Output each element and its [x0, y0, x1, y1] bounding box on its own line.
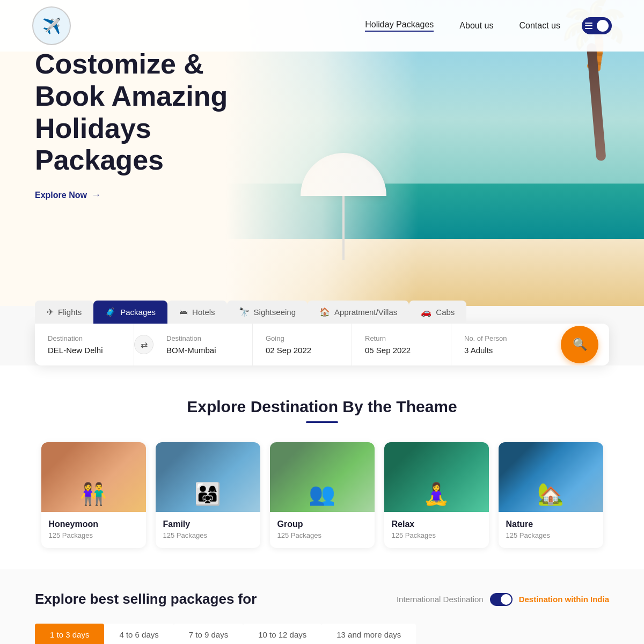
honeymoon-body: Honeymoon 125 Packages: [41, 512, 146, 548]
search-button[interactable]: 🔍: [561, 326, 598, 363]
relax-count: 125 Packages: [392, 531, 481, 539]
tab-apartments-label: Appratment/Villas: [334, 308, 397, 317]
return-value: 05 Sep 2022: [365, 346, 438, 355]
day-tab-13-more[interactable]: 13 and more days: [321, 624, 416, 644]
hero-title: Costomize & Book Amazing Holidays Packag…: [35, 48, 276, 177]
toggle-international[interactable]: International Destination: [397, 595, 484, 604]
honeymoon-count: 125 Packages: [49, 531, 138, 539]
nav-holiday-packages[interactable]: Holiday Packages: [365, 20, 434, 32]
selling-section: Explore best selling packages for Intern…: [0, 569, 644, 644]
tab-flights[interactable]: ✈ Flights: [35, 301, 93, 324]
nav-toggle[interactable]: [582, 17, 612, 34]
search-section: ✈ Flights 🧳 Packages 🛏 Hotels 🔭 Sightsee…: [0, 301, 644, 365]
card-relax[interactable]: Relax 125 Packages: [384, 442, 489, 548]
honeymoon-title: Honeymoon: [49, 519, 138, 529]
from-value: DEL-New Delhi: [48, 346, 121, 355]
going-label: Going: [266, 334, 339, 342]
group-title: Group: [277, 519, 367, 529]
toggle-dot: [597, 20, 609, 32]
to-label: Destination: [166, 334, 239, 342]
swap-button[interactable]: ⇄: [134, 335, 153, 354]
nature-title: Nature: [506, 519, 596, 529]
family-title: Family: [163, 519, 253, 529]
nav-contact-us[interactable]: Contact us: [519, 21, 560, 31]
selling-title: Explore best selling packages for: [35, 591, 257, 608]
toggle-group: International Destination Destination wi…: [397, 593, 609, 606]
tab-flights-label: Flights: [58, 308, 82, 317]
nature-count: 125 Packages: [506, 531, 596, 539]
persons-value: 3 Adults: [464, 346, 537, 355]
cabs-icon: 🚗: [421, 307, 431, 317]
search-box: Destination DEL-New Delhi ⇄ Destination …: [35, 324, 609, 365]
explore-theme-section: Explore Destination By the Theame Honeym…: [0, 365, 644, 569]
logo-circle: ✈️: [32, 6, 71, 45]
persons-field[interactable]: No. of Person 3 Adults: [451, 324, 550, 365]
tab-packages-label: Packages: [120, 308, 156, 317]
tab-cabs[interactable]: 🚗 Cabs: [409, 301, 466, 324]
toggle-switch[interactable]: [490, 593, 513, 606]
section-underline: [306, 421, 338, 423]
family-image: [156, 442, 260, 512]
family-count: 125 Packages: [163, 531, 253, 539]
day-tabs: 1 to 3 days 4 to 6 days 7 to 9 days 10 t…: [35, 624, 609, 644]
navbar: ✈️ Holiday Packages About us Contact us: [0, 0, 644, 52]
group-body: Group 125 Packages: [270, 512, 375, 548]
flights-icon: ✈: [47, 307, 54, 317]
tab-cabs-label: Cabs: [436, 308, 455, 317]
theme-cards: Honeymoon 125 Packages Family 125 Packag…: [35, 442, 609, 548]
return-label: Return: [365, 334, 438, 342]
going-field[interactable]: Going 02 Sep 2022: [253, 324, 352, 365]
sightseeing-icon: 🔭: [239, 307, 250, 317]
section-title: Explore Destination By the Theame: [35, 398, 609, 416]
card-honeymoon[interactable]: Honeymoon 125 Packages: [41, 442, 146, 548]
hotels-icon: 🛏: [179, 308, 188, 317]
tab-apartments[interactable]: 🏠 Appratment/Villas: [308, 301, 409, 324]
logo-icon: ✈️: [42, 17, 61, 35]
relax-title: Relax: [392, 519, 481, 529]
family-body: Family 125 Packages: [156, 512, 260, 548]
explore-arrow-icon: →: [91, 189, 101, 201]
apartments-icon: 🏠: [319, 307, 330, 317]
day-tab-10-12[interactable]: 10 to 12 days: [243, 624, 321, 644]
tab-sightseeing[interactable]: 🔭 Sightseeing: [227, 301, 308, 324]
day-tab-4-6[interactable]: 4 to 6 days: [104, 624, 173, 644]
toggle-domestic[interactable]: Destination within India: [519, 595, 609, 604]
day-tab-1-3[interactable]: 1 to 3 days: [35, 624, 104, 644]
tab-hotels-label: Hotels: [192, 308, 215, 317]
tabs-row: ✈ Flights 🧳 Packages 🛏 Hotels 🔭 Sightsee…: [0, 301, 644, 324]
day-tab-7-9[interactable]: 7 to 9 days: [174, 624, 243, 644]
packages-icon: 🧳: [105, 307, 116, 317]
nature-image: [499, 442, 603, 512]
honeymoon-image: [41, 442, 146, 512]
nature-body: Nature 125 Packages: [499, 512, 603, 548]
section-header: Explore Destination By the Theame: [35, 398, 609, 423]
card-nature[interactable]: Nature 125 Packages: [499, 442, 603, 548]
explore-now-link[interactable]: Explore Now →: [35, 189, 101, 201]
tab-packages[interactable]: 🧳 Packages: [93, 301, 167, 324]
hamburger-icon: [585, 23, 595, 29]
relax-body: Relax 125 Packages: [384, 512, 489, 548]
group-image: [270, 442, 375, 512]
card-group[interactable]: Group 125 Packages: [270, 442, 375, 548]
nav-about-us[interactable]: About us: [459, 21, 493, 31]
group-count: 125 Packages: [277, 531, 367, 539]
toggle-knob: [501, 594, 511, 605]
tab-sightseeing-label: Sightseeing: [254, 308, 296, 317]
going-value: 02 Sep 2022: [266, 346, 339, 355]
relax-image: [384, 442, 489, 512]
card-family[interactable]: Family 125 Packages: [156, 442, 260, 548]
selling-header: Explore best selling packages for Intern…: [35, 591, 609, 608]
from-field[interactable]: Destination DEL-New Delhi: [35, 324, 134, 365]
nav-links: Holiday Packages About us Contact us: [365, 20, 560, 32]
persons-label: No. of Person: [464, 334, 537, 342]
explore-label: Explore Now: [35, 191, 87, 200]
search-icon: 🔍: [573, 338, 587, 352]
from-label: Destination: [48, 334, 121, 342]
tab-hotels[interactable]: 🛏 Hotels: [167, 301, 227, 324]
logo[interactable]: ✈️: [32, 6, 71, 45]
to-field[interactable]: Destination BOM-Mumbai: [153, 324, 253, 365]
to-value: BOM-Mumbai: [166, 346, 239, 355]
return-field[interactable]: Return 05 Sep 2022: [352, 324, 451, 365]
